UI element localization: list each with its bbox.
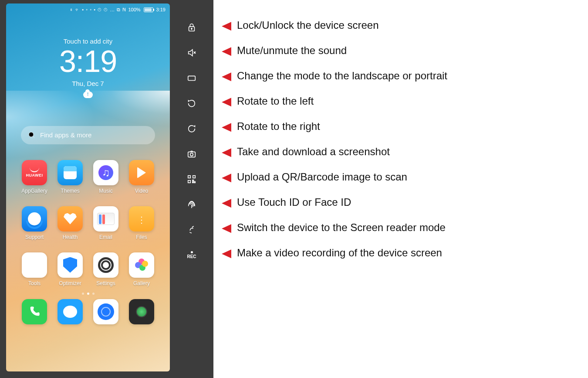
svg-rect-8 xyxy=(188,152,196,157)
gallery-icon xyxy=(129,252,154,278)
orientation-button[interactable] xyxy=(186,72,197,84)
annotation-text: Use Touch ID or Face ID xyxy=(237,196,351,208)
app-themes[interactable]: Themes xyxy=(52,160,88,194)
camera-icon xyxy=(129,299,154,324)
app-support[interactable]: Support xyxy=(17,206,52,240)
app-label: Optimizer xyxy=(59,280,81,286)
weather-alert-icon[interactable] xyxy=(83,92,93,98)
mute-button[interactable] xyxy=(186,47,197,58)
app-label: Email xyxy=(99,234,112,240)
app-video[interactable]: Video xyxy=(124,160,159,194)
rotate-left-button[interactable] xyxy=(186,98,197,109)
email-icon xyxy=(93,206,118,232)
app-label: AppGallery xyxy=(21,188,47,194)
arrow-left-icon: ◀ xyxy=(222,70,231,82)
svg-rect-14 xyxy=(194,182,196,183)
search-icon xyxy=(28,131,36,139)
svg-point-9 xyxy=(190,153,193,156)
arrow-left-icon: ◀ xyxy=(222,95,231,107)
app-label: Music xyxy=(99,188,112,194)
appgallery-icon: HUAWEI xyxy=(22,160,47,185)
widget-date: Thu, Dec 7 xyxy=(6,80,170,87)
page-indicator[interactable] xyxy=(6,293,170,295)
app-label: Settings xyxy=(96,280,115,286)
annotation-text: Switch the device to the Screen reader m… xyxy=(237,221,446,234)
annotation-biometric: ◀ Use Touch ID or Face ID xyxy=(222,196,579,208)
svg-line-1 xyxy=(33,136,34,138)
phone-icon xyxy=(22,299,47,324)
themes-icon xyxy=(57,160,83,185)
dock-messages[interactable] xyxy=(52,299,88,324)
widget-time: 3:19 xyxy=(6,46,170,78)
dock-phone[interactable] xyxy=(17,299,52,324)
arrow-left-icon: ◀ xyxy=(222,222,231,233)
arrow-left-icon: ◀ xyxy=(222,45,231,56)
browser-icon xyxy=(93,299,118,324)
annotation-text: Lock/Unlock the device screen xyxy=(237,19,379,31)
messages-icon xyxy=(57,299,83,324)
battery-icon xyxy=(144,7,153,12)
emulator-toolbar: REC xyxy=(170,3,213,375)
annotation-text: Mute/unmute the sound xyxy=(237,44,347,57)
arrow-left-icon: ◀ xyxy=(222,146,231,157)
annotation-text: Make a video recording of the device scr… xyxy=(237,247,442,259)
arrow-left-icon: ◀ xyxy=(222,171,231,183)
arrow-left-icon: ◀ xyxy=(222,121,231,132)
annotation-rotate-left: ◀ Rotate to the left xyxy=(222,95,579,107)
annotation-mute: ◀ Mute/unmute the sound xyxy=(222,44,579,57)
music-icon: ♫ xyxy=(93,160,118,185)
status-bar: ▯ ᯤ • ⸰ ⸰ • ⊙ ⊙ … ⧉ ℕ 100% 3:19 xyxy=(6,3,170,16)
clock-widget[interactable]: Touch to add city 3:19 Thu, Dec 7 xyxy=(6,37,170,98)
emulator-frame: ▯ ᯤ • ⸰ ⸰ • ⊙ ⊙ … ⧉ ℕ 100% 3:19 Touch to… xyxy=(0,0,213,378)
arrow-left-icon: ◀ xyxy=(222,20,231,31)
annotation-qr: ◀ Upload a QR/Barcode image to scan xyxy=(222,171,579,183)
biometric-button[interactable] xyxy=(186,199,197,210)
app-tools[interactable]: Tools xyxy=(17,252,52,286)
annotation-orientation: ◀ Change the mode to the landscape or po… xyxy=(222,70,579,82)
app-label: Gallery xyxy=(133,280,150,286)
optimizer-icon xyxy=(57,252,83,278)
app-label: Video xyxy=(135,188,148,194)
annotation-screenshot: ◀ Take and download a screenshot xyxy=(222,146,579,158)
annotation-record: ◀ Make a video recording of the device s… xyxy=(222,247,579,259)
app-label: Health xyxy=(63,234,78,240)
device-screen[interactable]: ▯ ᯤ • ⸰ ⸰ • ⊙ ⊙ … ⧉ ℕ 100% 3:19 Touch to… xyxy=(6,3,170,371)
annotation-text: Rotate to the left xyxy=(237,95,314,107)
app-gallery[interactable]: Gallery xyxy=(124,252,159,286)
search-placeholder: Find apps & more xyxy=(40,131,91,139)
qr-upload-button[interactable] xyxy=(186,174,197,185)
search-bar[interactable]: Find apps & more xyxy=(21,126,155,144)
app-grid: HUAWEI AppGallery Themes ♫ Music Video S… xyxy=(6,160,170,286)
svg-rect-13 xyxy=(193,180,194,181)
dock-browser[interactable] xyxy=(88,299,124,324)
svg-rect-12 xyxy=(188,180,191,183)
lock-button[interactable] xyxy=(186,22,197,33)
annotation-text: Upload a QR/Barcode image to scan xyxy=(237,171,407,183)
app-label: Themes xyxy=(61,188,79,194)
screen-reader-button[interactable] xyxy=(186,224,197,235)
video-icon xyxy=(129,160,154,185)
app-files[interactable]: ⋮ Files xyxy=(124,206,159,240)
annotation-text: Change the mode to the landscape or port… xyxy=(237,70,447,82)
rotate-right-button[interactable] xyxy=(186,123,197,134)
app-optimizer[interactable]: Optimizer xyxy=(52,252,88,286)
arrow-left-icon: ◀ xyxy=(222,197,231,208)
screenshot-button[interactable] xyxy=(186,148,197,160)
app-appgallery[interactable]: HUAWEI AppGallery xyxy=(17,160,52,194)
health-icon xyxy=(57,206,83,232)
arrow-left-icon: ◀ xyxy=(222,247,231,259)
dock-camera[interactable] xyxy=(124,299,159,324)
svg-point-0 xyxy=(29,132,34,137)
add-city-hint[interactable]: Touch to add city xyxy=(6,37,170,45)
app-email[interactable]: Email xyxy=(88,206,124,240)
status-glyphs: ▯ ᯤ • ⸰ ⸰ • ⊙ ⊙ … ⧉ ℕ xyxy=(70,7,126,13)
app-health[interactable]: Health xyxy=(52,206,88,240)
app-settings[interactable]: Settings xyxy=(88,252,124,286)
app-music[interactable]: ♫ Music xyxy=(88,160,124,194)
support-icon xyxy=(22,206,47,232)
svg-rect-15 xyxy=(193,182,193,183)
app-label: Support xyxy=(25,234,44,240)
battery-percent: 100% xyxy=(128,7,140,12)
record-button[interactable]: REC xyxy=(186,249,197,261)
annotations-panel: ◀ Lock/Unlock the device screen ◀ Mute/u… xyxy=(213,0,588,378)
